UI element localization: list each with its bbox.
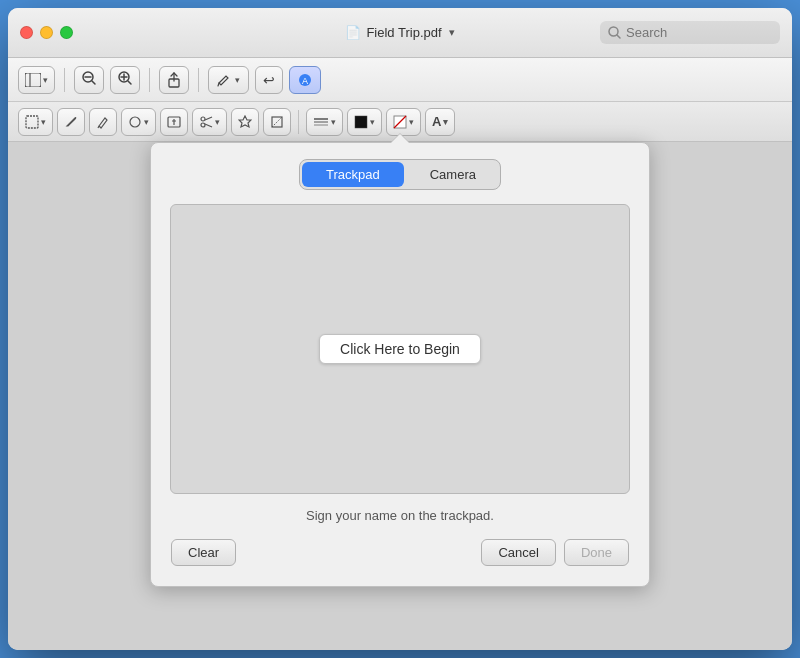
sign-instruction: Sign your name on the trackpad. <box>306 508 494 523</box>
footer-right: Cancel Done <box>481 539 629 566</box>
search-input[interactable] <box>626 25 772 40</box>
stroke-dropdown[interactable]: ▾ <box>370 117 375 127</box>
svg-line-12 <box>218 83 219 86</box>
pencil-tool-button[interactable] <box>89 108 117 136</box>
stamp-button[interactable] <box>231 108 259 136</box>
font-dropdown[interactable]: ▾ <box>443 117 448 127</box>
share-icon <box>166 72 182 88</box>
traffic-lights <box>20 26 73 39</box>
separator1 <box>64 68 65 92</box>
pdf-canvas: Trackpad Camera Click Here to Begin Sign… <box>8 142 792 650</box>
rect-select-button[interactable]: ▾ <box>18 108 53 136</box>
sidebar-dropdown[interactable]: ▾ <box>43 75 48 85</box>
zoom-out-icon <box>81 70 97 89</box>
svg-rect-2 <box>25 73 41 87</box>
svg-line-8 <box>128 81 131 84</box>
svg-point-17 <box>130 117 140 127</box>
pencil-icon <box>96 115 110 129</box>
stamp-icon <box>238 115 252 129</box>
footer-left: Clear <box>171 539 236 566</box>
tab-segmented-control: Trackpad Camera <box>299 159 501 190</box>
separator2 <box>149 68 150 92</box>
title-bar: 📄 Field Trip.pdf ▾ <box>8 8 792 58</box>
shape-icon <box>128 115 142 129</box>
annotate-dropdown[interactable]: ▾ <box>235 75 240 85</box>
svg-line-1 <box>617 35 620 38</box>
font-button[interactable]: A ▾ <box>425 108 455 136</box>
svg-line-24 <box>205 124 212 127</box>
back-button[interactable]: ↩ <box>255 66 283 94</box>
text-box-icon <box>167 115 181 129</box>
separator4 <box>298 110 299 134</box>
scissors-button[interactable]: ▾ <box>192 108 227 136</box>
stroke-color-icon <box>354 115 368 129</box>
shape-dropdown[interactable]: ▾ <box>144 117 149 127</box>
done-button[interactable]: Done <box>564 539 629 566</box>
share-button[interactable] <box>159 66 189 94</box>
window-title-area: 📄 Field Trip.pdf ▾ <box>345 25 454 41</box>
title-dropdown-arrow[interactable]: ▾ <box>449 26 455 39</box>
zoom-in-icon <box>117 70 133 89</box>
svg-rect-31 <box>355 116 367 128</box>
stroke-color-button[interactable]: ▾ <box>347 108 382 136</box>
file-icon: 📄 <box>345 25 361 41</box>
search-icon <box>608 26 621 39</box>
svg-line-23 <box>205 117 212 120</box>
zoom-in-button[interactable] <box>110 66 140 94</box>
transform-button[interactable] <box>263 108 291 136</box>
main-window: 📄 Field Trip.pdf ▾ ▾ <box>8 8 792 650</box>
cancel-button[interactable]: Cancel <box>481 539 555 566</box>
search-box[interactable] <box>600 21 780 44</box>
svg-line-5 <box>92 81 95 84</box>
pen-tool-icon <box>64 115 78 129</box>
separator3 <box>198 68 199 92</box>
font-icon: A <box>432 114 441 129</box>
scissors-dropdown[interactable]: ▾ <box>215 117 220 127</box>
lines-button[interactable]: ▾ <box>306 108 343 136</box>
svg-rect-15 <box>26 116 38 128</box>
lines-icon <box>313 115 329 129</box>
sidebar-icon <box>25 73 41 87</box>
minimize-button[interactable] <box>40 26 53 39</box>
text-box-button[interactable] <box>160 108 188 136</box>
fill-color-icon <box>393 115 407 129</box>
markup-icon: A <box>298 73 312 87</box>
panel-arrow <box>390 133 410 143</box>
rect-select-icon <box>25 115 39 129</box>
rect-dropdown[interactable]: ▾ <box>41 117 46 127</box>
pen-tool-button[interactable] <box>57 108 85 136</box>
pen-icon <box>217 73 231 87</box>
toolbar1: ▾ ▾ <box>8 58 792 102</box>
tab-trackpad[interactable]: Trackpad <box>302 162 404 187</box>
signature-panel: Trackpad Camera Click Here to Begin Sign… <box>150 142 650 587</box>
svg-line-27 <box>272 117 282 127</box>
lines-dropdown[interactable]: ▾ <box>331 117 336 127</box>
window-title: Field Trip.pdf <box>366 25 441 40</box>
shape-tool-button[interactable]: ▾ <box>121 108 156 136</box>
transform-icon <box>270 115 284 129</box>
svg-text:A: A <box>302 76 308 86</box>
markup-button[interactable]: A <box>289 66 321 94</box>
clear-button[interactable]: Clear <box>171 539 236 566</box>
scissors-icon <box>199 115 213 129</box>
svg-line-16 <box>98 126 99 128</box>
sidebar-toggle-button[interactable]: ▾ <box>18 66 55 94</box>
svg-point-21 <box>201 117 205 121</box>
panel-footer: Clear Cancel Done <box>167 539 633 566</box>
close-button[interactable] <box>20 26 33 39</box>
fill-dropdown[interactable]: ▾ <box>409 117 414 127</box>
fill-color-button[interactable]: ▾ <box>386 108 421 136</box>
back-icon: ↩ <box>263 72 275 88</box>
annotate-button[interactable]: ▾ <box>208 66 249 94</box>
click-here-button[interactable]: Click Here to Begin <box>319 334 481 364</box>
signature-drawing-area[interactable]: Click Here to Begin <box>170 204 630 494</box>
zoom-out-button[interactable] <box>74 66 104 94</box>
maximize-button[interactable] <box>60 26 73 39</box>
tab-camera[interactable]: Camera <box>406 160 500 189</box>
svg-point-22 <box>201 123 205 127</box>
svg-marker-25 <box>239 116 251 127</box>
